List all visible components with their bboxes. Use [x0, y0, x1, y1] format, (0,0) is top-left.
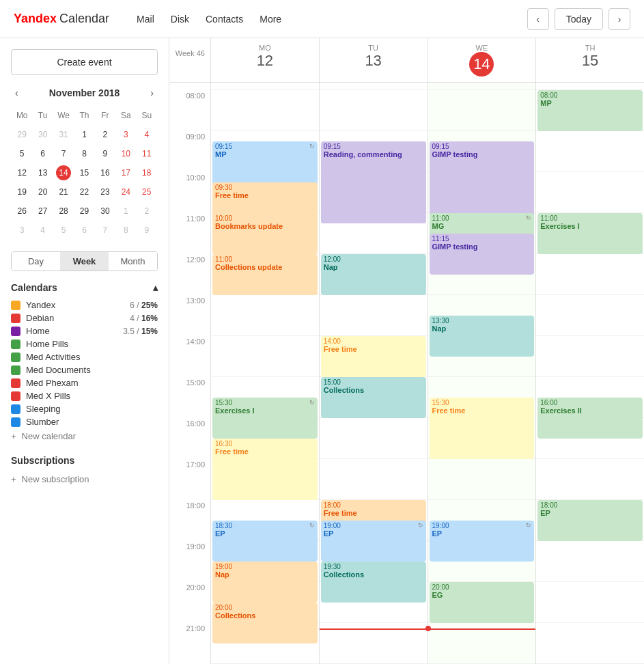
new-calendar-item[interactable]: + New calendar	[11, 428, 158, 444]
event-t7[interactable]: ↻ 19:00 EP	[321, 521, 426, 562]
calendars-header[interactable]: Calendars ▴	[11, 282, 158, 293]
mini-cal-day[interactable]: 2	[137, 202, 156, 220]
view-week[interactable]: Week	[60, 252, 109, 271]
day-header-wed[interactable]: WE 14	[428, 38, 536, 82]
calendar-item-med-x-pills[interactable]: Med X Pills	[11, 389, 158, 402]
mini-cal-day[interactable]: 9	[96, 145, 115, 163]
today-button[interactable]: Today	[555, 8, 603, 30]
mini-cal-next[interactable]: ›	[146, 86, 158, 100]
cal-checkbox[interactable]	[11, 404, 20, 414]
day-header-mon[interactable]: MO 12	[210, 38, 319, 82]
day-header-tue[interactable]: TU 13	[319, 38, 428, 82]
mini-cal-day[interactable]: 3	[12, 221, 31, 239]
new-subscription-item[interactable]: + New subscription	[11, 471, 158, 487]
mini-cal-day[interactable]: 20	[33, 183, 52, 201]
calendar-item-med-phexam[interactable]: Med Phexam	[11, 376, 158, 389]
mini-cal-day[interactable]: 11	[137, 145, 156, 163]
calendar-item-sleeping[interactable]: Sleeping	[11, 402, 158, 415]
mini-cal-day[interactable]: 6	[33, 145, 52, 163]
event-t8[interactable]: 19:30 Collections	[321, 562, 426, 603]
mini-cal-day[interactable]: 5	[12, 145, 31, 163]
mini-cal-day[interactable]: 4	[137, 126, 156, 143]
event-m8[interactable]: 19:00 Nap	[212, 562, 318, 603]
event-t4[interactable]: 14:00 Free time	[321, 336, 426, 377]
nav-more[interactable]: More	[260, 14, 281, 25]
mini-cal-day[interactable]: 9	[137, 221, 156, 239]
event-m4[interactable]: 11:00 Collections update	[212, 254, 318, 295]
mini-cal-day[interactable]: 29	[12, 126, 31, 143]
calendar-item-home[interactable]: Home 3.5 / 15%	[11, 324, 158, 337]
event-m5[interactable]: ↻ 15:30 Exercises I	[212, 398, 318, 439]
event-w4[interactable]: 11:15 GIMP testing	[430, 234, 535, 275]
mini-cal-day[interactable]: 1	[74, 126, 94, 143]
mini-cal-day[interactable]: 31	[54, 126, 73, 143]
mini-cal-day[interactable]: 12	[12, 164, 31, 182]
event-w2[interactable]: 09:15 GIMP testing	[430, 141, 535, 223]
cal-checkbox[interactable]	[11, 301, 20, 310]
calendar-item-yandex[interactable]: Yandex 6 / 25%	[11, 299, 158, 312]
mini-cal-day[interactable]: 15	[74, 164, 94, 182]
view-month[interactable]: Month	[109, 252, 157, 271]
mini-cal-day[interactable]: 13	[33, 164, 52, 182]
next-button[interactable]: ›	[608, 8, 630, 30]
event-m9[interactable]: 20:00 Collections	[212, 603, 318, 644]
create-event-button[interactable]: Create event	[11, 49, 158, 75]
mini-cal-day[interactable]: 4	[33, 221, 52, 239]
mini-cal-day[interactable]: 1	[116, 202, 135, 220]
mini-cal-day[interactable]: 22	[74, 183, 94, 201]
nav-disk[interactable]: Disk	[171, 14, 189, 25]
mini-cal-day[interactable]: 16	[96, 164, 115, 182]
event-th4[interactable]: 18:00 EP	[537, 500, 643, 541]
grid-scroll[interactable]: 06:0007:0008:0009:0010:0011:0012:0013:00…	[169, 83, 644, 664]
mini-cal-day[interactable]: 7	[54, 145, 73, 163]
mini-cal-day[interactable]: 8	[74, 145, 94, 163]
event-t5[interactable]: 15:00 Collections	[321, 377, 426, 418]
mini-cal-day[interactable]: 28	[54, 202, 73, 220]
mini-cal-day[interactable]: 26	[12, 202, 31, 220]
cal-checkbox[interactable]	[11, 378, 20, 388]
cal-checkbox[interactable]	[11, 365, 20, 375]
event-t3[interactable]: 12:00 Nap	[321, 254, 426, 295]
event-th1[interactable]: 08:00 MP	[537, 90, 643, 131]
mini-cal-day[interactable]: 2	[96, 126, 115, 143]
event-th2[interactable]: 11:00 Exercises I	[537, 213, 643, 254]
mini-cal-day[interactable]: 10	[116, 145, 135, 163]
cal-checkbox[interactable]	[11, 391, 20, 401]
event-w7[interactable]: ↻ 19:00 EP	[430, 521, 535, 562]
cal-checkbox[interactable]	[11, 327, 20, 336]
event-m7[interactable]: ↻ 18:30 EP	[212, 521, 318, 562]
mini-cal-day[interactable]: 19	[12, 183, 31, 201]
calendar-item-med-documents[interactable]: Med Documents	[11, 363, 158, 376]
mini-cal-day[interactable]: 30	[96, 202, 115, 220]
mini-cal-day[interactable]: 8	[116, 221, 135, 239]
calendar-item-med-activities[interactable]: Med Activities	[11, 350, 158, 363]
mini-cal-day[interactable]: 6	[74, 221, 94, 239]
mini-cal-day[interactable]: 18	[137, 164, 156, 182]
mini-cal-day[interactable]: 29	[74, 202, 94, 220]
mini-cal-day[interactable]: 24	[116, 183, 135, 201]
mini-cal-day[interactable]: 23	[96, 183, 115, 201]
nav-mail[interactable]: Mail	[137, 14, 154, 25]
mini-cal-day[interactable]: 21	[54, 183, 73, 201]
mini-cal-day[interactable]: 25	[137, 183, 156, 201]
event-m6[interactable]: 16:30 Free time	[212, 439, 318, 500]
event-w6[interactable]: 15:30 Free time	[430, 398, 535, 459]
calendar-item-slumber[interactable]: Slumber	[11, 415, 158, 428]
event-m2[interactable]: 09:30 Free time	[212, 182, 318, 217]
event-t2[interactable]: 09:15 Reading, commenting	[321, 141, 426, 223]
mini-cal-day[interactable]: 14	[54, 164, 73, 182]
nav-contacts[interactable]: Contacts	[206, 14, 243, 25]
prev-button[interactable]: ‹	[527, 8, 549, 30]
event-m3[interactable]: 10:00 Bookmarks update	[212, 213, 318, 254]
mini-cal-day[interactable]: 7	[96, 221, 115, 239]
cal-checkbox[interactable]	[11, 340, 20, 349]
calendar-item-home-pills[interactable]: Home Pills	[11, 337, 158, 350]
event-w8[interactable]: 20:00 EG	[430, 582, 535, 623]
view-day[interactable]: Day	[12, 252, 60, 271]
cal-checkbox[interactable]	[11, 314, 20, 323]
mini-cal-day[interactable]: 5	[54, 221, 73, 239]
mini-cal-day[interactable]: 27	[33, 202, 52, 220]
event-w5[interactable]: 13:30 Nap	[430, 316, 535, 357]
calendar-item-debian[interactable]: Debian 4 / 16%	[11, 312, 158, 324]
cal-checkbox[interactable]	[11, 417, 20, 427]
